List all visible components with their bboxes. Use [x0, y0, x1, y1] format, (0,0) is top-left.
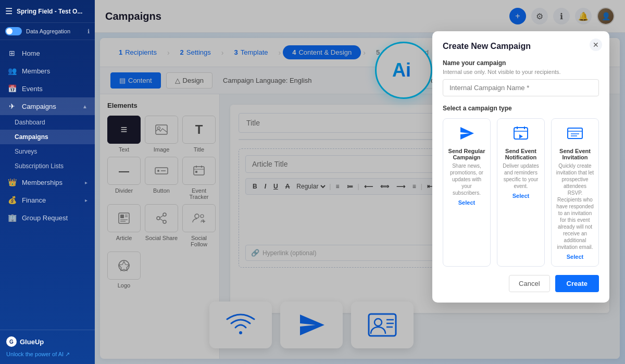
- event-invitation-select[interactable]: Select: [556, 254, 594, 260]
- sidebar-item-label: Group Request: [22, 214, 68, 222]
- main-content: Campaigns + ⚙ ℹ 🔔 👤 1 Recipients › 2 Set…: [95, 0, 625, 364]
- svg-rect-41: [568, 128, 582, 139]
- chevron-up-icon: ▲: [82, 104, 88, 109]
- org-name: Spring Field - Test O...: [17, 8, 90, 15]
- sidebar-item-label: Memberships: [22, 179, 63, 186]
- sidebar-item-memberships[interactable]: 👑 Memberships ▸: [0, 173, 95, 191]
- campaign-type-event-invitation[interactable]: Send Event Invitation Quickly create inv…: [551, 118, 599, 267]
- glueup-icon: G: [6, 336, 17, 347]
- sidebar-item-label: Dashboard: [15, 119, 45, 126]
- sidebar-item-label: Surveys: [15, 148, 37, 155]
- sidebar-item-group-request[interactable]: 🏢 Group Request: [0, 209, 95, 227]
- sidebar-item-surveys[interactable]: Surveys: [0, 144, 95, 159]
- event-notification-desc: Deliver updates and reminders specific t…: [502, 162, 540, 190]
- event-notification-title: Send Event Notification: [502, 148, 540, 160]
- sidebar-item-home[interactable]: ⊞ Home: [0, 44, 95, 62]
- event-invitation-desc: Quickly create invitation that let prosp…: [556, 162, 594, 250]
- event-notification-select[interactable]: Select: [502, 193, 540, 199]
- sidebar-nav: ⊞ Home 👥 Members 📅 Events ✈ Campaigns ▲ …: [0, 40, 95, 330]
- sidebar-item-members[interactable]: 👥 Members: [0, 62, 95, 80]
- sidebar-item-label: Campaigns: [15, 133, 48, 141]
- create-campaign-modal: ✕ Create New Campaign Name your campaign…: [432, 31, 609, 303]
- modal-overlay: ✕ Create New Campaign Name your campaign…: [95, 0, 625, 364]
- sidebar-item-label: Events: [22, 85, 43, 93]
- campaigns-icon: ✈: [7, 102, 17, 110]
- sidebar-item-label: Finance: [22, 196, 46, 204]
- memberships-icon: 👑: [7, 178, 17, 186]
- regular-campaign-select[interactable]: Select: [447, 199, 486, 206]
- sidebar-item-label: Campaigns: [22, 103, 56, 110]
- data-aggregation-row: Data Aggregation ℹ: [0, 23, 95, 40]
- regular-campaign-title: Send Regular Campaign: [447, 148, 486, 160]
- group-request-icon: 🏢: [7, 214, 17, 222]
- sidebar-header: ☰ Spring Field - Test O...: [0, 0, 95, 23]
- svg-marker-40: [519, 134, 523, 139]
- sidebar-item-label: Home: [22, 49, 40, 57]
- name-campaign-label: Name your campaign: [443, 59, 599, 67]
- regular-campaign-desc: Share news, promotions, or updates with …: [447, 162, 486, 196]
- sidebar-item-subscription-lists[interactable]: Subscription Lists: [0, 159, 95, 173]
- home-icon: ⊞: [7, 49, 17, 57]
- sidebar-item-campaigns-sub[interactable]: Campaigns: [0, 130, 95, 144]
- create-button[interactable]: Create: [555, 275, 599, 292]
- modal-title: Create New Campaign: [443, 42, 599, 51]
- data-aggregation-label: Data Aggregation: [26, 28, 70, 34]
- campaign-type-label: Select a campaign type: [443, 105, 599, 112]
- info-icon: ℹ: [88, 28, 90, 35]
- campaign-name-input[interactable]: [443, 79, 599, 96]
- sidebar: ☰ Spring Field - Test O... Data Aggregat…: [0, 0, 95, 364]
- events-icon: 📅: [7, 84, 17, 93]
- members-icon: 👥: [7, 67, 17, 75]
- chevron-right-icon: ▸: [85, 180, 88, 185]
- finance-icon: 💰: [7, 196, 17, 204]
- modal-close-button[interactable]: ✕: [590, 39, 602, 51]
- svg-marker-35: [460, 127, 474, 140]
- sidebar-item-label: Members: [22, 67, 50, 75]
- campaign-type-event-notification[interactable]: Send Event Notification Deliver updates …: [497, 118, 545, 267]
- event-invitation-title: Send Event Invitation: [556, 148, 594, 160]
- event-invitation-icon: [556, 125, 594, 145]
- modal-footer: Cancel Create: [443, 275, 599, 292]
- chevron-right-icon: ▸: [85, 197, 88, 203]
- sidebar-item-label: Subscription Lists: [15, 162, 64, 170]
- event-notification-icon: [502, 125, 540, 145]
- campaign-types: Send Regular Campaign Share news, promot…: [443, 118, 599, 267]
- data-aggregation-toggle[interactable]: [5, 27, 22, 35]
- sidebar-item-campaigns[interactable]: ✈ Campaigns ▲: [0, 97, 95, 115]
- sidebar-item-finance[interactable]: 💰 Finance ▸: [0, 191, 95, 209]
- name-campaign-sublabel: Internal use only. Not visible to your r…: [443, 69, 599, 75]
- campaign-type-regular[interactable]: Send Regular Campaign Share news, promot…: [443, 118, 491, 267]
- glueup-logo: G GlueUp: [6, 336, 89, 347]
- regular-campaign-icon: [447, 125, 486, 145]
- unlock-ai-link[interactable]: Unlock the power of AI ↗: [6, 351, 89, 358]
- glueup-text: GlueUp: [20, 338, 44, 346]
- hamburger-icon[interactable]: ☰: [5, 6, 12, 16]
- sidebar-item-events[interactable]: 📅 Events: [0, 80, 95, 97]
- sidebar-footer: G GlueUp Unlock the power of AI ↗: [0, 330, 95, 364]
- cancel-button[interactable]: Cancel: [509, 275, 549, 292]
- sidebar-item-dashboard[interactable]: Dashboard: [0, 115, 95, 130]
